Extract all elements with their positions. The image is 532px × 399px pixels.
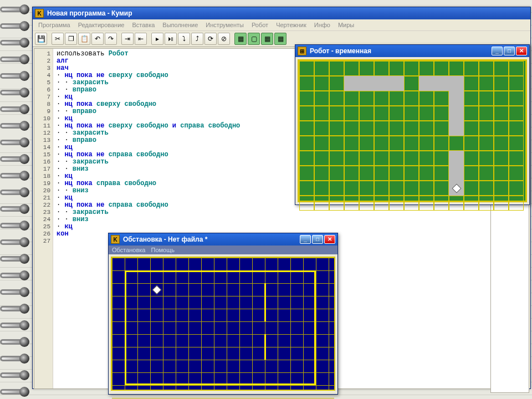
- menu-Редактирование[interactable]: Редактирование: [75, 21, 128, 29]
- wall: [264, 283, 266, 321]
- step-icon[interactable]: ⏯: [165, 33, 177, 45]
- obst-menu-Обстановка[interactable]: Обстановка: [112, 247, 145, 253]
- robot-grid[interactable]: [298, 59, 527, 202]
- obst-menubar[interactable]: ОбстановкаПомощь: [109, 245, 337, 254]
- obst-app-icon: K: [111, 235, 120, 244]
- maximize-icon[interactable]: □: [504, 47, 515, 55]
- save-icon[interactable]: 💾: [35, 33, 47, 45]
- menu-Миры[interactable]: Миры: [335, 21, 357, 29]
- menu-Робот[interactable]: Робот: [248, 21, 272, 29]
- wall: [344, 76, 404, 91]
- outdent-icon[interactable]: ⇤: [135, 33, 147, 45]
- close-icon[interactable]: ✕: [324, 235, 335, 244]
- redo-icon[interactable]: ↷: [105, 33, 117, 45]
- menu-Выполнение[interactable]: Выполнение: [159, 21, 201, 29]
- step-out-icon[interactable]: ⤴: [191, 33, 203, 45]
- grid3-icon[interactable]: ▦: [261, 33, 273, 45]
- main-menubar[interactable]: ПрограммаРедактированиеВставкаВыполнение…: [33, 19, 530, 31]
- obst-grid[interactable]: [111, 257, 335, 391]
- run-icon[interactable]: ▸: [151, 33, 163, 45]
- minimize-icon[interactable]: _: [300, 235, 311, 244]
- grid4-icon[interactable]: ▦: [274, 33, 287, 45]
- undo-icon[interactable]: ↶: [91, 33, 104, 45]
- refresh-icon[interactable]: ⟳: [204, 33, 217, 45]
- obst-title: Обстановка - Нет файла *: [123, 236, 207, 243]
- obstanovka-window[interactable]: K Обстановка - Нет файла * _ □ ✕ Обстано…: [108, 233, 338, 395]
- wall: [449, 91, 464, 136]
- step-over-icon[interactable]: ⤵: [178, 33, 190, 45]
- obst-titlebar[interactable]: K Обстановка - Нет файла * _ □ ✕: [109, 233, 337, 245]
- minimize-icon[interactable]: _: [492, 47, 503, 55]
- menu-Инструменты[interactable]: Инструменты: [202, 21, 247, 29]
- indent-icon[interactable]: ⇥: [121, 33, 134, 45]
- stop-icon[interactable]: ⊘: [218, 33, 230, 45]
- cut-icon[interactable]: ✂: [52, 33, 64, 45]
- robot-titlebar[interactable]: ⊞ Робот - временная _ □ ✕: [295, 45, 529, 57]
- menu-Инфо[interactable]: Инфо: [311, 21, 334, 29]
- menu-Вставка[interactable]: Вставка: [129, 21, 158, 29]
- wall: [419, 76, 464, 91]
- paste-icon[interactable]: 📋: [78, 33, 90, 45]
- obst-menu-Помощь[interactable]: Помощь: [151, 247, 175, 253]
- close-icon[interactable]: ✕: [516, 47, 527, 55]
- main-title: Новая программа - Кумир: [47, 9, 132, 17]
- copy-icon[interactable]: ❐: [65, 33, 77, 45]
- grid1-icon[interactable]: ▦: [234, 33, 247, 45]
- line-gutter: 1234567891011121314151617181920212223242…: [34, 49, 53, 388]
- wall: [264, 334, 266, 360]
- menu-Чертежник[interactable]: Чертежник: [273, 21, 310, 29]
- app-icon: K: [35, 9, 44, 18]
- robot-app-icon: ⊞: [298, 47, 306, 55]
- menu-Программа[interactable]: Программа: [35, 21, 74, 29]
- notebook-spiral: [0, 0, 30, 399]
- robot-window[interactable]: ⊞ Робот - временная _ □ ✕: [295, 44, 530, 205]
- grid2-icon[interactable]: ▢: [248, 33, 260, 45]
- robot-title: Робот - временная: [310, 47, 371, 55]
- maximize-icon[interactable]: □: [312, 235, 323, 244]
- main-titlebar[interactable]: K Новая программа - Кумир: [33, 7, 530, 19]
